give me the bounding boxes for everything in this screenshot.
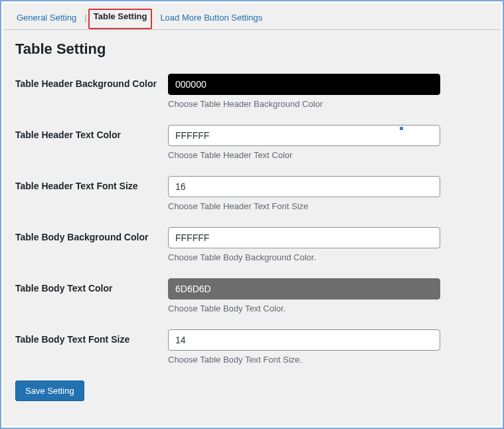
help-header-font: Choose Table Header Text Font Size xyxy=(168,201,440,211)
label-header-font: Table Header Text Font Size xyxy=(15,176,168,193)
row-body-font: Table Body Text Font Size Choose Table B… xyxy=(15,329,489,365)
input-body-font-size[interactable] xyxy=(168,329,440,351)
label-header-bg: Table Header Background Color xyxy=(15,74,168,90)
label-body-text: Table Body Text Color xyxy=(15,278,168,295)
tab-table-setting[interactable]: Table Setting xyxy=(88,9,153,29)
input-header-font-size[interactable] xyxy=(168,176,440,197)
label-header-text: Table Header Text Color xyxy=(15,125,168,141)
save-button[interactable]: Save Setting xyxy=(15,381,84,401)
help-body-font: Choose Table Body Text Font Size. xyxy=(168,355,440,365)
row-header-text: Table Header Text Color Choose Table Hea… xyxy=(15,125,489,160)
tabs-nav: General Setting | Table Setting Load Mor… xyxy=(3,3,501,30)
help-header-text: Choose Table Header Text Color xyxy=(168,150,440,160)
help-body-text: Choose Table Body Text Color. xyxy=(168,303,440,313)
settings-panel: General Setting | Table Setting Load Mor… xyxy=(3,3,501,426)
help-body-bg: Choose Table Body Background Color. xyxy=(168,252,440,262)
input-body-bg-color[interactable] xyxy=(168,227,440,248)
row-header-font: Table Header Text Font Size Choose Table… xyxy=(15,176,489,211)
input-body-text-color[interactable] xyxy=(168,278,440,300)
row-header-bg: Table Header Background Color Choose Tab… xyxy=(15,74,489,109)
cursor-indicator xyxy=(400,127,403,130)
row-body-bg: Table Body Background Color Choose Table… xyxy=(15,227,489,262)
tab-load-more[interactable]: Load More Button Settings xyxy=(155,10,268,29)
window-frame: General Setting | Table Setting Load Mor… xyxy=(0,0,504,429)
tab-general[interactable]: General Setting xyxy=(11,10,82,29)
help-header-bg: Choose Table Header Background Color xyxy=(168,99,440,109)
row-body-text: Table Body Text Color Choose Table Body … xyxy=(15,278,489,313)
label-body-font: Table Body Text Font Size xyxy=(15,329,168,346)
content-area: Table Setting Table Header Background Co… xyxy=(3,30,501,412)
page-title: Table Setting xyxy=(15,41,489,58)
input-header-bg-color[interactable] xyxy=(168,74,440,95)
label-body-bg: Table Body Background Color xyxy=(15,227,168,244)
tab-separator: | xyxy=(84,10,88,29)
